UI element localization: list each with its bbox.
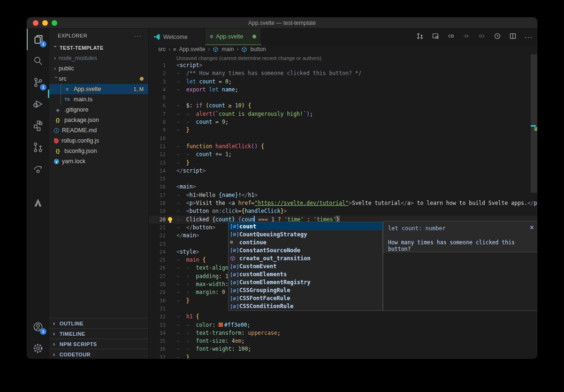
code-line-5[interactable]: 5 [149,94,537,102]
panel-npm-scripts[interactable]: ›NPM SCRIPTS [49,339,148,349]
activity-explorer[interactable]: 1 [27,29,49,50]
scrollbar-thumb[interactable] [531,54,537,193]
file-tree-item-yarn.lock[interactable]: yyarn.lock [49,156,148,166]
suggest-item-label: customElements [239,271,287,278]
code-text: <script> [176,61,202,69]
file-tree-item-README.md[interactable]: iREADME.md [49,125,148,136]
file-tree-item-main.ts[interactable]: TSmain.ts [49,94,148,105]
activity-run-debug[interactable] [27,93,49,115]
code-line-10[interactable]: 10 [149,135,537,143]
file-tree-item-.gitignore[interactable]: ◆.gitignore [49,105,148,115]
code-line-35[interactable]: 35→ → font-size: 4em; [149,337,537,345]
line-number: 33 [149,321,166,329]
title-bar[interactable]: App.svelte — test-template [27,17,537,29]
code-line-4[interactable]: 4→ export let name; [149,86,537,94]
gear-icon [32,343,44,354]
suggest-item-count[interactable]: [ø]count [229,222,382,230]
activity-accounts[interactable]: 1 [27,316,49,338]
code-line-14[interactable]: 14</script> [149,167,537,175]
file-tree-item-tsconfig.json[interactable]: {}tsconfig.json [49,146,148,156]
breadcrumb-button[interactable]: button [250,46,266,53]
suggest-item-customElements[interactable]: [ø]customElements [229,271,382,279]
open-preview-icon[interactable] [432,32,439,42]
code-line-34[interactable]: 34→ → text-transform: uppercase; [149,329,537,337]
code-text: </script> [176,167,206,175]
code-editor[interactable]: Unsaved changes (cannot determine recent… [149,53,537,359]
code-line-13[interactable]: 13→ } [149,159,537,167]
code-text: → → font-size: 4em; [176,337,244,345]
tab-app-svelte[interactable]: ≡ App.svelte [205,29,261,45]
file-tree-item-public[interactable]: ›public [49,63,148,74]
zoom-window-button[interactable] [52,20,57,26]
split-editor-icon[interactable] [509,32,517,42]
suggest-item-CSSFontFaceRule[interactable]: [ø]CSSFontFaceRule [229,294,382,302]
next-change-icon[interactable] [478,32,486,42]
code-line-11[interactable]: 11→ function handleClick() { [149,143,537,151]
gitlens-compare-icon[interactable] [416,32,424,42]
file-icon-rollup [54,138,59,143]
file-tree-item-package.json[interactable]: {}package.json [49,115,148,125]
lightbulb-icon[interactable] [168,217,172,221]
panel-outline[interactable]: ›OUTLINE [49,318,148,328]
workspace-root[interactable]: › TEST-TEMPLATE [49,43,148,53]
suggest-item-CountQueuingStrategy[interactable]: [ø]CountQueuingStrategy [229,230,382,238]
suggest-docs-signature: let count: number [388,225,533,232]
explorer-badge: 1 [40,41,46,47]
code-line-18[interactable]: 18→ <p>Visit the <a href="https://svelte… [149,199,537,207]
suggest-item-CSSConditionRule[interactable]: [ø]CSSConditionRule [229,302,382,310]
breadcrumb-src[interactable]: src [158,46,166,53]
file-tree-item-App.svelte[interactable]: ≡App.svelte1, M [49,84,148,94]
line-number: 26 [149,264,166,272]
suggest-item-ConstantSourceNode[interactable]: [ø]ConstantSourceNode [229,246,382,254]
code-line-36[interactable]: 36→ → font-weight: 100; [149,345,537,353]
code-line-37[interactable]: 37→ } [149,354,537,359]
code-line-32[interactable]: 32→ h1 { [149,313,537,321]
code-line-15[interactable]: 15 [149,175,537,183]
color-swatch[interactable] [219,323,223,327]
editor-more-actions-icon[interactable]: ··· [525,33,533,41]
suggest-item-CustomEvent[interactable]: [ø]CustomEvent [229,262,382,270]
file-tree-item-rollup.config.js[interactable]: rollup.config.js [49,136,148,146]
sidebar-more-actions[interactable]: ··· [134,32,142,39]
code-line-9[interactable]: 9→ } [149,126,537,134]
breadcrumb-main[interactable]: main [221,46,234,53]
editor-scrollbar[interactable] [531,53,537,359]
code-line-17[interactable]: 17→ <h1>Hello {name}!</h1> [149,191,537,199]
tab-welcome[interactable]: Welcome [149,29,205,45]
code-line-7[interactable]: 7→ → alert(`count is dangerously high!`)… [149,110,537,118]
file-tree-item-node_modules[interactable]: ›node_modules [49,53,148,63]
chevron-right-icon: › [54,55,59,61]
activity-azure[interactable] [27,192,49,213]
suggest-item-CustomElementRegistry[interactable]: [ø]CustomElementRegistry [229,279,382,286]
code-line-19[interactable]: 19→ <button on:click={handleClick}> [149,207,537,215]
activity-search[interactable] [27,50,49,72]
close-window-button[interactable] [33,20,38,26]
code-line-33[interactable]: 33→ → color: #ff3e00; [149,321,537,329]
panel-timeline[interactable]: ›TIMELINE [49,328,148,339]
file-tree-item-src[interactable]: ›src [49,74,148,84]
activity-github-pr[interactable] [27,136,49,158]
code-line-12[interactable]: 12→ → count += 1; [149,151,537,158]
suggest-item-CSSGroupingRule[interactable]: [ø]CSSGroupingRule [229,286,382,294]
code-line-2[interactable]: 2→ /** How many times has someone clicke… [149,69,537,77]
close-icon[interactable]: × [530,223,534,232]
suggest-item-create_out_transition[interactable]: create_out_transition [229,254,382,262]
suggest-item-continue[interactable]: ≡continue [229,238,382,246]
previous-change-icon[interactable] [447,32,455,42]
line-number: 28 [149,280,166,288]
code-line-3[interactable]: 3→ let count = 0; [149,78,537,86]
modified-dot-icon[interactable] [252,35,256,38]
change-marker-icon[interactable] [463,32,470,42]
activity-settings[interactable] [27,338,49,359]
minimize-window-button[interactable] [42,20,48,26]
code-line-8[interactable]: 8→ → count = 9; [149,118,537,126]
panel-codetour[interactable]: ›CODETOUR [49,349,148,359]
activity-live-share[interactable] [27,158,49,180]
code-line-16[interactable]: 16<main> [149,183,537,191]
activity-extensions[interactable] [27,115,49,136]
code-line-1[interactable]: 1<script> [149,61,537,69]
code-line-6[interactable]: 6→ $: if (count ≥ 10) { [149,102,537,110]
activity-source-control[interactable]: 1 [27,72,49,93]
breadcrumb-app-svelte[interactable]: App.svelte [179,46,205,53]
run-timeline-icon[interactable] [494,32,501,42]
